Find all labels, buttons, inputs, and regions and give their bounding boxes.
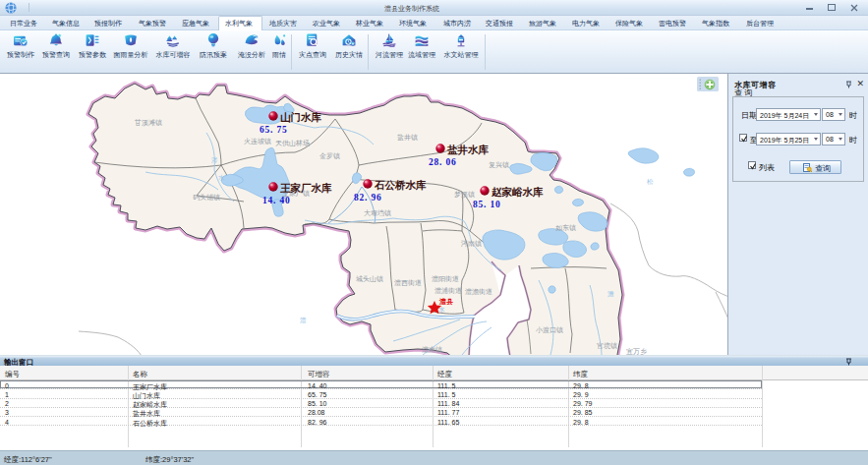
svg-text:澧西街道: 澧西街道 — [394, 279, 422, 287]
svg-text:松: 松 — [647, 178, 654, 185]
svg-text:复兴镇: 复兴镇 — [489, 161, 509, 169]
svg-text:澧县: 澧县 — [438, 298, 453, 306]
svg-text:28. 06: 28. 06 — [429, 157, 457, 167]
svg-text:金罗镇: 金罗镇 — [319, 152, 340, 160]
svg-text:82. 96: 82. 96 — [354, 193, 382, 203]
svg-text:宜万乡: 宜万乡 — [626, 348, 647, 355]
svg-text:澧: 澧 — [300, 317, 307, 323]
svg-text:65. 75: 65. 75 — [260, 125, 288, 135]
svg-text:85. 10: 85. 10 — [473, 200, 501, 209]
svg-text:14. 40: 14. 40 — [262, 196, 291, 205]
svg-text:盐井镇: 盐井镇 — [397, 134, 418, 142]
svg-text:山门水库: 山门水库 — [280, 111, 322, 123]
svg-text:大堰垱镇: 大堰垱镇 — [364, 209, 391, 217]
svg-text:如东镇: 如东镇 — [555, 224, 576, 232]
svg-text:火连坡镇: 火连坡镇 — [244, 138, 271, 145]
svg-text:澧阳街道: 澧阳街道 — [432, 275, 459, 283]
svg-text:天供山林场: 天供山林场 — [275, 140, 310, 147]
svg-text:城头山镇: 城头山镇 — [355, 275, 383, 283]
svg-text:澹: 澹 — [608, 290, 614, 298]
svg-text:官垸镇: 官垸镇 — [597, 342, 617, 350]
svg-text:水: 水 — [218, 174, 225, 181]
svg-text:澧浦街道: 澧浦街道 — [434, 287, 462, 295]
svg-text:王家厂水库: 王家厂水库 — [280, 182, 332, 194]
svg-text:涔南镇: 涔南镇 — [461, 240, 482, 248]
svg-text:涔: 涔 — [211, 156, 218, 164]
svg-text:赵家峪水库: 赵家峪水库 — [491, 186, 544, 198]
svg-text:石公桥水库: 石公桥水库 — [374, 179, 427, 191]
svg-text:澧澹街道: 澧澹街道 — [465, 288, 492, 296]
svg-text:梦溪镇: 梦溪镇 — [454, 191, 475, 199]
svg-text:甘溪滩镇: 甘溪滩镇 — [134, 119, 162, 127]
svg-text:澧南镇: 澧南镇 — [422, 346, 442, 354]
svg-text:小渡口镇: 小渡口镇 — [536, 326, 563, 334]
svg-text:盐井水库: 盐井水库 — [447, 144, 490, 155]
svg-text:码头铺镇: 码头铺镇 — [193, 194, 220, 202]
